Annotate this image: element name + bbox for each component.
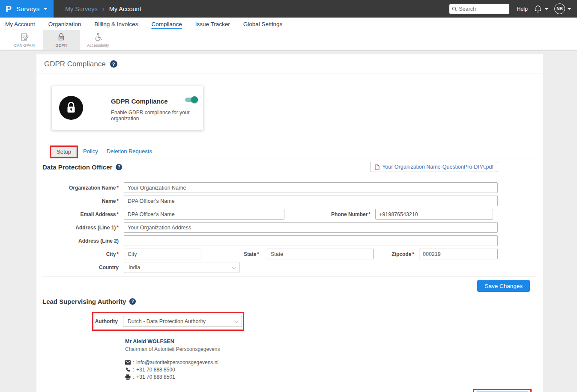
- form-row: Organization Name*: [42, 182, 543, 193]
- authority-select[interactable]: Dutch - Data Protection Authority: [123, 316, 242, 327]
- chevron-down-icon: [545, 8, 548, 10]
- dpo-form: Organization Name* Name* Email Address* …: [36, 182, 543, 273]
- form-row: Name*: [42, 196, 543, 206]
- authority-value: Dutch - Data Protection Authority: [128, 318, 206, 324]
- email-input[interactable]: [124, 209, 284, 220]
- envelope-icon: [125, 360, 131, 365]
- dpo-save-row: Save Changes: [36, 280, 530, 292]
- tab-compliance[interactable]: Compliance: [151, 19, 182, 29]
- annotation-box-authority: Authority Dutch - Data Protection Author…: [92, 312, 244, 331]
- pdf-icon: [375, 164, 380, 170]
- toggle-knob: [191, 96, 198, 103]
- contact-fax: +31 70 888 8501: [136, 374, 175, 380]
- dpo-save-button[interactable]: Save Changes: [477, 280, 530, 292]
- chevron-down-icon: [43, 8, 48, 10]
- dpa-pdf-button[interactable]: Your Organization Name-QuestionPro-DPA.p…: [370, 162, 498, 172]
- zipcode-input[interactable]: [419, 249, 498, 259]
- email-label: Email Address*: [42, 211, 119, 217]
- chevron-down-icon: [234, 319, 239, 323]
- tab-issue-tracker[interactable]: Issue Tracker: [195, 19, 230, 29]
- phone-input[interactable]: [375, 209, 493, 220]
- gdpr-inner-tabs: Setup Policy Deletion Requests: [42, 146, 537, 158]
- subtab-gdpr[interactable]: GDPR: [43, 30, 80, 50]
- org-name-input[interactable]: [124, 182, 498, 193]
- name-input[interactable]: [124, 196, 498, 206]
- account-nav-tabs: My Account Organization Billing & Invoic…: [0, 18, 577, 30]
- page-background: GDPR Compliance ? GDPR Compliance Enable…: [0, 50, 577, 392]
- contact-name: Mr Aleid WOLFSEN: [125, 339, 543, 344]
- help-link[interactable]: Help: [517, 6, 528, 12]
- breadcrumb-my-surveys[interactable]: My Surveys: [65, 6, 98, 12]
- help-icon[interactable]: ?: [110, 60, 117, 68]
- city-input[interactable]: [124, 249, 201, 259]
- address1-label: Address (Line 1)*: [42, 225, 119, 231]
- chevron-down-icon: [232, 265, 236, 269]
- lock-icon: [65, 101, 78, 115]
- annotation-box-save: Save Changes: [473, 389, 532, 392]
- contact-email: info@autoriteitpersoonsgegevens.nl: [136, 359, 218, 365]
- subtab-label: Accessibility: [87, 43, 109, 48]
- padlock-icon: [57, 33, 66, 42]
- topbar-right: Help NB: [449, 3, 577, 14]
- product-switcher[interactable]: P Surveys: [0, 0, 54, 18]
- contact-lines: : info@autoriteitpersoonsgegevens.nl : +…: [125, 359, 543, 380]
- breadcrumb-separator: ›: [102, 5, 105, 12]
- page-title: GDPR Compliance: [44, 60, 106, 68]
- address2-input[interactable]: [124, 235, 498, 246]
- help-icon[interactable]: ?: [116, 164, 122, 170]
- lsa-section-header: Lead Supervising Authority ?: [42, 298, 537, 305]
- panel-title-row: GDPR Compliance ?: [36, 54, 543, 74]
- address1-input[interactable]: [124, 222, 498, 233]
- subtab-label: GDPR: [56, 43, 67, 48]
- search-input[interactable]: [459, 6, 507, 12]
- questionpro-logo: P: [6, 4, 12, 14]
- dpo-heading: Data Protection Officer: [42, 163, 112, 171]
- notifications-menu[interactable]: [534, 5, 548, 13]
- contact-email-line: : info@autoriteitpersoonsgegevens.nl: [125, 359, 543, 365]
- authority-contact: Mr Aleid WOLFSEN Chairman of Autoriteit …: [125, 339, 543, 380]
- tab-billing-invoices[interactable]: Billing & Invoices: [94, 19, 138, 29]
- account-menu[interactable]: NB: [554, 3, 571, 14]
- search-box: [449, 4, 509, 14]
- country-label: Country: [42, 264, 119, 270]
- contact-phone: +31 70 888 8500: [136, 367, 175, 373]
- tab-my-account[interactable]: My Account: [5, 19, 35, 29]
- breadcrumb-my-account: My Account: [109, 6, 141, 12]
- accessibility-icon: [93, 33, 103, 42]
- contact-title: Chairman of Autoriteit Persoonsgegevens: [125, 346, 543, 352]
- name-label: Name*: [42, 198, 119, 204]
- state-input[interactable]: [267, 249, 374, 259]
- address2-label: Address (Line 2): [42, 238, 119, 244]
- compliance-subtabs: CAN-SPAM GDPR Accessibility: [0, 30, 577, 50]
- form-row: Email Address* Phone Number*: [42, 209, 543, 220]
- tab-policy[interactable]: Policy: [83, 148, 98, 158]
- subtab-label: CAN-SPAM: [14, 43, 35, 48]
- card-title: GDPR Compliance: [111, 98, 168, 105]
- phone-label: Phone Number*: [284, 211, 375, 217]
- org-name-label: Organization Name*: [42, 185, 119, 191]
- document-pencil-icon: [20, 33, 29, 42]
- dpo-section-header: Data Protection Officer ? Your Organizat…: [42, 162, 537, 172]
- country-select[interactable]: India: [124, 262, 239, 273]
- gdpr-toggle[interactable]: [185, 96, 198, 103]
- tab-setup[interactable]: Setup: [51, 147, 77, 157]
- help-icon[interactable]: ?: [129, 298, 136, 305]
- bell-icon: [534, 5, 542, 13]
- city-label: City*: [42, 251, 119, 257]
- zipcode-label: Zipcode*: [374, 251, 414, 257]
- tab-global-settings[interactable]: Global Settings: [243, 19, 283, 29]
- product-name: Surveys: [16, 5, 39, 12]
- subtab-accessibility[interactable]: Accessibility: [80, 30, 117, 50]
- lock-badge: [59, 96, 83, 120]
- lsa-heading: Lead Supervising Authority: [42, 298, 126, 305]
- phone-icon: [125, 367, 131, 373]
- gdpr-panel: GDPR Compliance ? GDPR Compliance Enable…: [36, 54, 543, 392]
- subtab-can-spam[interactable]: CAN-SPAM: [6, 30, 43, 50]
- breadcrumb: My Surveys › My Account: [65, 5, 141, 12]
- tab-organization[interactable]: Organization: [48, 19, 81, 29]
- country-value: India: [129, 264, 140, 270]
- tab-deletion-requests[interactable]: Deletion Requests: [107, 148, 152, 158]
- search-icon: [452, 6, 457, 12]
- contact-fax-line: : +31 70 888 8501: [125, 374, 543, 380]
- form-row: Address (Line 1)*: [42, 222, 543, 233]
